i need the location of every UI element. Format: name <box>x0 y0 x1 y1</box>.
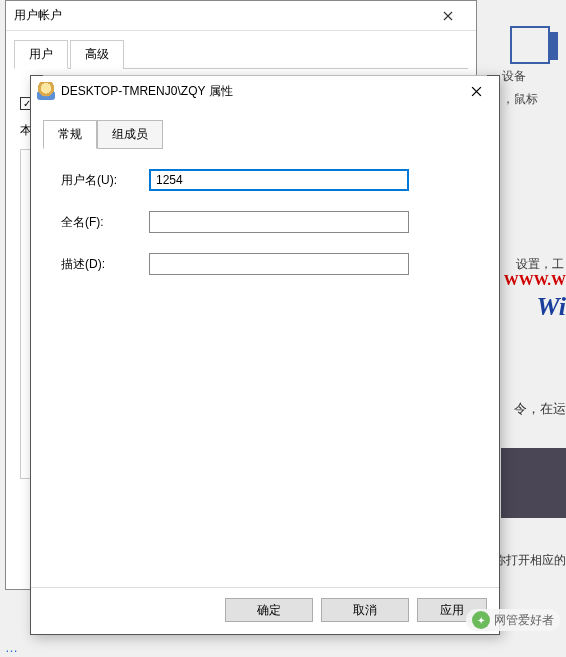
close-button[interactable] <box>453 76 499 106</box>
tab-advanced[interactable]: 高级 <box>70 40 124 69</box>
user-accounts-close-button[interactable] <box>428 2 468 30</box>
mouse-text-fragment: ，鼠标 <box>502 91 566 108</box>
dark-image-fragment <box>501 448 566 518</box>
properties-titlebar[interactable]: DESKTOP-TMRENJ0\ZQY 属性 <box>31 76 499 106</box>
properties-title: DESKTOP-TMRENJ0\ZQY 属性 <box>61 83 453 100</box>
button-row: 确定 取消 应用 <box>31 587 499 634</box>
description-label: 描述(D): <box>61 256 149 273</box>
fullname-row: 全名(F): <box>61 211 469 233</box>
run-text-fragment: 令，在运 <box>514 400 566 418</box>
form-area: 用户名(U): 全名(F): 描述(D): <box>31 149 499 587</box>
properties-tabs: 常规 组成员 <box>31 106 499 149</box>
wi-logo-fragment: Wi <box>537 292 566 322</box>
tab-general[interactable]: 常规 <box>43 120 97 149</box>
settings-text-fragment: 设置，工 <box>516 256 564 273</box>
bottom-link-fragment: … <box>5 640 18 655</box>
www-link-fragment: WWW.W <box>504 272 566 289</box>
wechat-icon: ✦ <box>472 611 490 629</box>
user-accounts-titlebar: 用户帐户 <box>6 1 476 31</box>
watermark: ✦ 网管爱好者 <box>466 609 560 631</box>
properties-dialog: DESKTOP-TMRENJ0\ZQY 属性 常规 组成员 用户名(U): 全名… <box>30 75 500 635</box>
description-row: 描述(D): <box>61 253 469 275</box>
ok-button[interactable]: 确定 <box>225 598 313 622</box>
watermark-label: 网管爱好者 <box>494 612 554 629</box>
fullname-input[interactable] <box>149 211 409 233</box>
description-input[interactable] <box>149 253 409 275</box>
tab-users[interactable]: 用户 <box>14 40 68 69</box>
cancel-button[interactable]: 取消 <box>321 598 409 622</box>
username-row: 用户名(U): <box>61 169 469 191</box>
user-accounts-tabs: 用户 高级 <box>6 31 476 68</box>
open-text-fragment: 你打开相应的 <box>494 552 566 569</box>
close-icon <box>443 11 453 21</box>
devices-icon <box>510 26 550 64</box>
user-accounts-title: 用户帐户 <box>14 7 428 24</box>
tab-members[interactable]: 组成员 <box>97 120 163 149</box>
username-label: 用户名(U): <box>61 172 149 189</box>
username-input[interactable] <box>149 169 409 191</box>
close-icon <box>471 86 482 97</box>
fullname-label: 全名(F): <box>61 214 149 231</box>
user-icon <box>37 82 55 100</box>
devices-label: 设备 <box>502 68 566 85</box>
